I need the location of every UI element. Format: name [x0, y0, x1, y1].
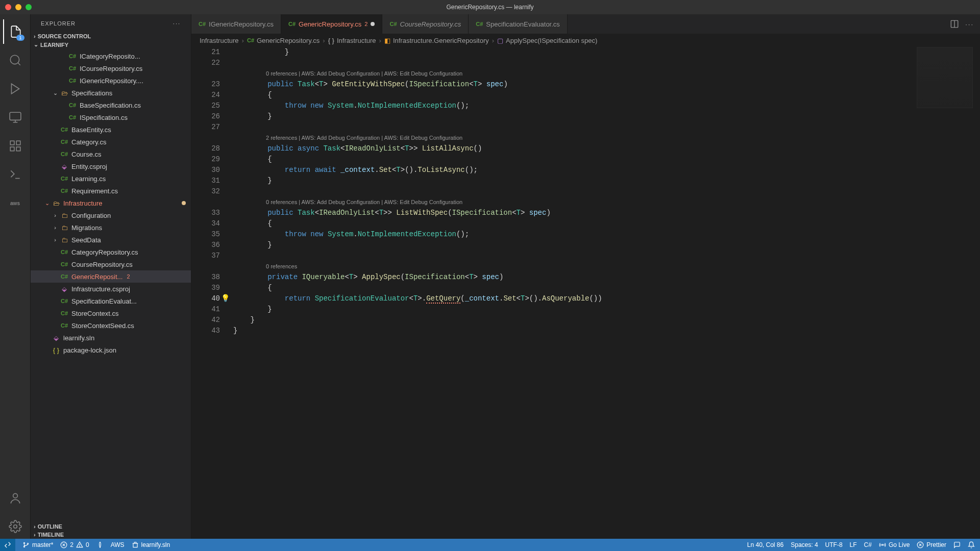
code-line[interactable]: } [233, 176, 919, 186]
breadcrumb-item[interactable]: ◧Infrastructure.GenericRepository [384, 37, 489, 44]
tree-item[interactable]: C#StoreContext.cs [31, 307, 191, 319]
code-line[interactable]: public Task<T> GetEntityWithSpec(ISpecif… [233, 79, 919, 90]
project-section[interactable]: ⌄ LEARNIFY [31, 40, 191, 49]
search-activity[interactable] [3, 48, 28, 72]
breadcrumb-item[interactable]: Infrastructure [200, 37, 239, 44]
powershell-activity[interactable] [3, 162, 28, 187]
code-line[interactable]: } [233, 240, 919, 251]
account-activity[interactable] [3, 486, 28, 510]
indentation-status[interactable]: Spaces: 4 [791, 541, 818, 548]
code-line[interactable]: return await _context.Set<T>().ToListAsy… [233, 165, 919, 176]
sidebar-more-icon[interactable]: ··· [173, 20, 181, 27]
go-live-status[interactable]: Go Live [879, 541, 910, 548]
code-line[interactable]: } [233, 47, 919, 58]
tree-item[interactable]: { }package-lock.json [31, 344, 191, 356]
code-line[interactable]: { [233, 154, 919, 165]
breadcrumb-item[interactable]: { }Infrastructure [328, 37, 376, 44]
tree-item[interactable]: ⬙Entity.csproj [31, 160, 191, 172]
feedback-status[interactable] [953, 541, 961, 548]
live-status[interactable] [96, 541, 104, 548]
tree-item[interactable]: C#ICategoryReposito... [31, 50, 191, 62]
remote-activity[interactable] [3, 105, 28, 130]
remote-indicator[interactable] [0, 539, 15, 551]
tree-item[interactable]: C#ICourseRepository.cs [31, 62, 191, 74]
file-tree[interactable]: C#ICategoryReposito...C#ICourseRepositor… [31, 49, 191, 522]
debug-activity[interactable] [3, 77, 28, 101]
breadcrumbs[interactable]: Infrastructure›C#GenericRepository.cs›{ … [191, 34, 980, 47]
code-line[interactable]: } [233, 304, 919, 315]
codelens[interactable]: 2 references | AWS: Add Debug Configurat… [233, 133, 919, 143]
code-line[interactable]: public async Task<IReadOnlyList<T>> List… [233, 143, 919, 154]
code-line[interactable]: throw new System.NotImplementedException… [233, 101, 919, 111]
tree-item[interactable]: C#Category.cs [31, 136, 191, 148]
outline-section[interactable]: › OUTLINE [31, 522, 191, 531]
code-line[interactable]: { [233, 283, 919, 293]
code-line[interactable] [233, 186, 919, 197]
settings-activity[interactable] [3, 514, 28, 539]
code-line[interactable]: } [233, 315, 919, 325]
tree-item[interactable]: C#BaseSpecification.cs [31, 99, 191, 111]
tree-item[interactable]: ⌄🗁Infrastructure [31, 197, 191, 209]
minimap[interactable] [917, 47, 973, 108]
editor-tab[interactable]: C#SpecificationEvaluator.cs [469, 14, 568, 34]
notifications-status[interactable] [968, 541, 975, 548]
codelens[interactable]: 0 references | AWS: Add Debug Configurat… [233, 197, 919, 208]
more-actions-icon[interactable]: ··· [965, 20, 974, 28]
tree-item[interactable]: C#ISpecification.cs [31, 111, 191, 123]
split-editor-icon[interactable] [950, 19, 959, 29]
code-line[interactable] [233, 58, 919, 68]
tree-item[interactable]: C#IGenericRepository.... [31, 74, 191, 87]
tree-item[interactable]: C#Course.cs [31, 148, 191, 160]
cursor-position[interactable]: Ln 40, Col 86 [747, 541, 783, 548]
aws-status[interactable]: AWS [111, 541, 125, 548]
code-line[interactable]: throw new System.NotImplementedException… [233, 229, 919, 240]
aws-activity[interactable]: aws [3, 191, 28, 215]
tree-item[interactable]: C#BaseEntity.cs [31, 123, 191, 136]
code-line[interactable]: } [233, 111, 919, 122]
code-line[interactable]: } [233, 325, 919, 336]
code-line[interactable] [233, 122, 919, 133]
code-editor[interactable]: 2122 2324252627 2829303132 3334353637 38… [191, 47, 980, 539]
code-line[interactable]: public Task<IReadOnlyList<T>> ListWithSp… [233, 208, 919, 218]
code-line[interactable]: { [233, 218, 919, 229]
prettier-status[interactable]: Prettier [917, 541, 946, 548]
code-line[interactable] [233, 251, 919, 261]
tree-item[interactable]: C#CategoryRepository.cs [31, 246, 191, 258]
tree-item[interactable]: ›🗀Migrations [31, 221, 191, 234]
tree-item[interactable]: ⌄🗁Specifications [31, 87, 191, 99]
codelens[interactable]: 0 references [233, 261, 919, 272]
eol-status[interactable]: LF [850, 541, 857, 548]
sln-status[interactable]: learnify.sln [132, 541, 170, 548]
codelens[interactable]: 0 references | AWS: Add Debug Configurat… [233, 68, 919, 79]
language-status[interactable]: C# [864, 541, 872, 548]
tree-item[interactable]: ⬙learnify.sln [31, 332, 191, 344]
tree-item[interactable]: C#GenericReposit...2 [31, 270, 191, 283]
code-content[interactable]: }0 references | AWS: Add Debug Configura… [233, 47, 980, 539]
code-line[interactable]: { [233, 90, 919, 101]
tree-item[interactable]: C#CourseRepository.cs [31, 258, 191, 270]
extensions-activity[interactable] [3, 134, 28, 158]
git-branch[interactable]: master* [22, 541, 53, 548]
tree-item[interactable]: ›🗀Configuration [31, 209, 191, 221]
tree-item[interactable]: ⬙Infrastructure.csproj [31, 283, 191, 295]
lightbulb-icon[interactable]: 💡 [221, 293, 230, 304]
editor-tab[interactable]: C#CourseRepository.cs [382, 14, 469, 34]
breadcrumb-item[interactable]: C#GenericRepository.cs [247, 37, 320, 44]
editor-tab[interactable]: C#IGenericRepository.cs [191, 14, 281, 34]
tree-item[interactable]: C#Requirement.cs [31, 185, 191, 197]
code-line[interactable]: private IQueryable<T> ApplySpec(ISpecifi… [233, 272, 919, 283]
code-line[interactable]: 💡 return SpecificationEvaluator<T>.GetQu… [233, 293, 919, 304]
maximize-window-button[interactable] [26, 4, 32, 10]
tree-item[interactable]: C#StoreContextSeed.cs [31, 319, 191, 332]
minimize-window-button[interactable] [15, 4, 21, 10]
tree-item[interactable]: C#Learning.cs [31, 172, 191, 185]
editor-tab[interactable]: C#GenericRepository.cs2 [281, 14, 383, 34]
tree-item[interactable]: C#SpecificationEvaluat... [31, 295, 191, 307]
tree-item[interactable]: ›🗀SeedData [31, 234, 191, 246]
breadcrumb-item[interactable]: ▢ApplySpec(ISpecification spec) [497, 37, 597, 44]
close-window-button[interactable] [5, 4, 11, 10]
encoding-status[interactable]: UTF-8 [825, 541, 843, 548]
problems-status[interactable]: 2 0 [60, 541, 89, 548]
explorer-activity[interactable]: 1 [3, 19, 28, 44]
source-control-section[interactable]: › SOURCE CONTROL [31, 32, 191, 40]
